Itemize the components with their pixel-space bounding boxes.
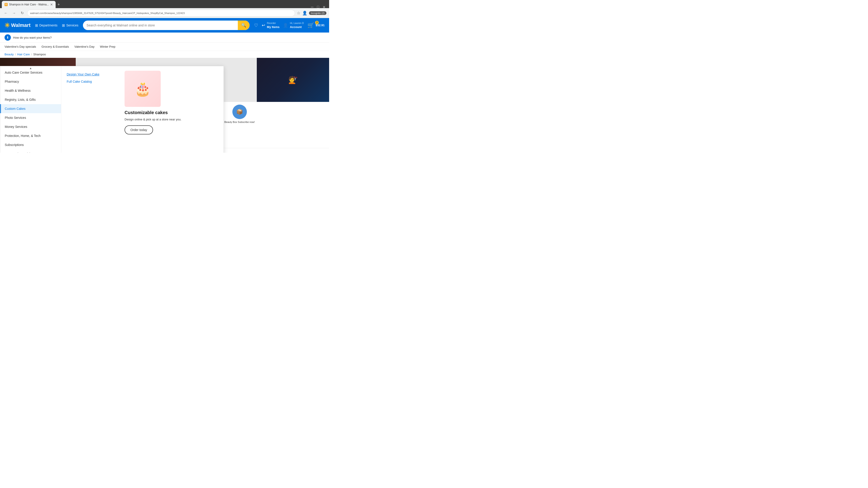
departments-btn[interactable]: ⊞ Departments <box>35 23 57 28</box>
menu-item-cakes[interactable]: Custom Cakes <box>0 104 61 113</box>
menu-promo-panel: 🎂 Customizable cakes Design online & pic… <box>120 66 223 153</box>
services-grid-icon: ⊞ <box>62 23 65 28</box>
menu-left-panel: ▲ Auto Care Center Services Pharmacy Hea… <box>0 66 61 153</box>
browser-chrome: W Shampoo in Hair Care - Walma... ✕ + ─ … <box>0 0 329 18</box>
cart-btn[interactable]: 3 🛒 $32.91 <box>307 22 324 29</box>
secondary-nav-grocery[interactable]: Grocery & Essentials <box>41 43 69 50</box>
tab-close-btn[interactable]: ✕ <box>50 3 53 6</box>
menu-item-community[interactable]: Community & Giving <box>0 149 61 153</box>
reorder-icon: ↩ <box>262 23 265 28</box>
menu-item-money[interactable]: Money Services <box>0 122 61 131</box>
breadcrumb-beauty[interactable]: Beauty <box>4 53 13 56</box>
cart-icon: 🛒 <box>307 22 314 29</box>
services-label: Services <box>66 24 79 27</box>
promo-title: Customizable cakes <box>125 109 219 116</box>
account-btn[interactable]: 👤 Hi, Lauren D Account <box>283 22 304 29</box>
menu-item-health[interactable]: Health & Wellness <box>0 86 61 95</box>
breadcrumb-haircare[interactable]: Hair Care <box>17 53 30 56</box>
order-today-btn[interactable]: Order today <box>125 125 153 134</box>
profile-icon[interactable]: 👤 <box>302 11 307 15</box>
beauty-box-label: Beauty Box Subscribe now! <box>224 121 255 124</box>
scroll-up-indicator[interactable]: ▲ <box>0 66 61 70</box>
menu-item-pharmacy[interactable]: Pharmacy <box>0 77 61 86</box>
header-nav: ⊞ Departments ⊞ Services <box>35 23 79 28</box>
account-text: Hi, Lauren D Account <box>290 22 304 29</box>
services-btn[interactable]: ⊞ Services <box>62 23 79 28</box>
url-input[interactable]: walmart.com/browse/beauty/shampoo/108566… <box>27 10 295 17</box>
wishlist-btn[interactable]: ♡ <box>254 23 258 28</box>
menu-middle-panel: Design Your Own Cake Full Cake Catalog <box>61 66 120 153</box>
cart-badge: 3 <box>315 21 319 24</box>
hero-right-banner: 💇 <box>257 58 329 102</box>
departments-label: Departments <box>39 24 57 27</box>
account-icon: 👤 <box>283 23 288 28</box>
close-btn[interactable]: ✕ <box>322 5 326 8</box>
breadcrumb: Beauty / Hair Care / Shampoo <box>0 51 329 58</box>
menu-item-photo[interactable]: Photo Services <box>0 113 61 122</box>
search-btn[interactable]: 🔍 <box>238 21 250 30</box>
maximize-btn[interactable]: □ <box>316 5 320 8</box>
delivery-text: How do you want your items? <box>13 36 52 39</box>
back-btn[interactable]: ← <box>3 10 9 16</box>
menu-item-protection[interactable]: Protection, Home, & Tech <box>0 131 61 140</box>
heart-icon: ♡ <box>254 23 258 28</box>
tab-favicon: W <box>4 3 8 6</box>
active-tab[interactable]: W Shampoo in Hair Care - Walma... ✕ <box>2 1 56 8</box>
breadcrumb-sep-2: / <box>31 53 32 56</box>
reorder-text: Reorder My Items <box>267 22 280 29</box>
secondary-nav: Valentine's Day specials Grocery & Essen… <box>0 43 329 51</box>
search-icon: 🔍 <box>241 23 246 28</box>
logo-text: Walmart <box>11 22 31 28</box>
header-actions: ♡ ↩ Reorder My Items 👤 Hi, Lauren D Acco… <box>254 22 324 29</box>
menu-item-subscriptions[interactable]: Subscriptions <box>0 140 61 149</box>
promo-desc: Design online & pick up at a store near … <box>125 117 219 122</box>
breadcrumb-sep-1: / <box>15 53 16 56</box>
beauty-box-icon: 📦 <box>232 105 247 119</box>
forward-btn[interactable]: → <box>11 10 17 16</box>
tab-title: Shampoo in Hair Care - Walma... <box>9 3 49 6</box>
services-dropdown: ▲ Auto Care Center Services Pharmacy Hea… <box>0 66 224 153</box>
menu-item-registry[interactable]: Registry, Lists, & Gifts <box>0 95 61 104</box>
refresh-btn[interactable]: ↻ <box>19 10 25 16</box>
incognito-badge: Incognito (2) <box>309 11 327 15</box>
walmart-logo[interactable]: ✳ Walmart <box>4 22 31 29</box>
reorder-btn[interactable]: ↩ Reorder My Items <box>262 22 280 29</box>
search-input[interactable] <box>83 24 238 27</box>
departments-grid-icon: ⊞ <box>35 23 38 28</box>
product-item-beauty-box[interactable]: 📦 Beauty Box Subscribe now! <box>224 105 255 124</box>
main-content: 💆 🌿 Product banners 💇 ⬇ Shop all deals 💄… <box>0 58 329 153</box>
search-bar: 🔍 <box>83 21 250 30</box>
url-text: walmart.com/browse/beauty/shampoo/108566… <box>30 12 185 14</box>
walmart-header: ✳ Walmart ⊞ Departments ⊞ Services 🔍 ♡ ↩… <box>0 18 329 33</box>
design-cake-link[interactable]: Design Your Own Cake <box>67 71 115 78</box>
menu-list: Auto Care Center Services Pharmacy Healt… <box>0 68 61 153</box>
address-bar: ← → ↻ walmart.com/browse/beauty/shampoo/… <box>0 8 329 18</box>
cake-catalog-link[interactable]: Full Cake Catalog <box>67 78 115 85</box>
delivery-banner: ⬇ How do you want your items? <box>0 33 329 43</box>
secondary-nav-winter[interactable]: Winter Prep <box>100 43 116 50</box>
cake-promo-image: 🎂 <box>125 71 161 107</box>
secondary-nav-valentines[interactable]: Valentine's Day <box>74 43 94 50</box>
breadcrumb-current: Shampoo <box>33 53 46 56</box>
delivery-icon: ⬇ <box>4 34 11 41</box>
tab-bar: W Shampoo in Hair Care - Walma... ✕ + ─ … <box>0 0 329 8</box>
new-tab-btn[interactable]: + <box>56 1 62 8</box>
spark-icon: ✳ <box>4 22 10 29</box>
bookmark-icon[interactable]: ☆ <box>297 11 301 15</box>
minimize-btn[interactable]: ─ <box>311 5 314 8</box>
secondary-nav-deals[interactable]: Valentine's Day specials <box>4 43 36 50</box>
